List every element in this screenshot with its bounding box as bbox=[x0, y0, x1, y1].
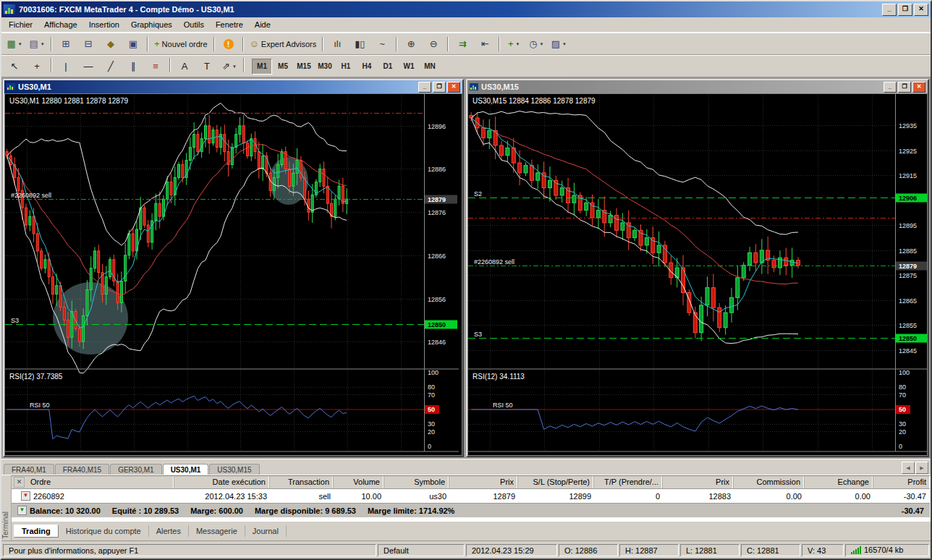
terminal-tab-historique-du-compte[interactable]: Historique du compte bbox=[59, 525, 149, 537]
chart-window-titlebar-us30-m15[interactable]: US30,M15 _ ❐ ✕ bbox=[467, 80, 928, 93]
tab-scroll-left-button[interactable]: ◀ bbox=[902, 462, 915, 474]
column-header-commission[interactable]: Commission bbox=[734, 476, 805, 488]
minimize-button[interactable]: _ bbox=[882, 4, 897, 16]
profiles-button[interactable]: ▤▼ bbox=[26, 35, 48, 53]
templates-button[interactable]: ▨▼ bbox=[548, 35, 569, 53]
terminal-close-button[interactable]: ✕ bbox=[14, 477, 25, 488]
metaeditor-button[interactable]: ! bbox=[218, 35, 240, 53]
tab-scroll-right-button[interactable]: ▶ bbox=[915, 462, 928, 474]
chart-restore-button[interactable]: ❐ bbox=[433, 82, 446, 93]
close-button[interactable]: ✕ bbox=[914, 4, 928, 16]
balance-profit: -30.47 bbox=[902, 506, 930, 515]
candlestick-chart-button[interactable]: ▮▯ bbox=[349, 35, 370, 53]
status-profile[interactable]: Default bbox=[378, 544, 465, 556]
svg-text:23 Apr 13:45: 23 Apr 13:45 bbox=[745, 454, 781, 456]
periods-button[interactable]: ◷▼ bbox=[525, 35, 547, 53]
chart-tab-ger30-m1[interactable]: GER30,M1 bbox=[110, 464, 161, 475]
menu-insertion[interactable]: Insertion bbox=[83, 19, 125, 30]
chart-tab-fra40-m15[interactable]: FRA40,M15 bbox=[55, 464, 109, 475]
menu-graphiques[interactable]: Graphiques bbox=[125, 19, 178, 30]
text-label-button[interactable]: T bbox=[196, 58, 218, 75]
timeframe-m30-button[interactable]: M30 bbox=[315, 59, 335, 75]
chart-canvas-us30-m15[interactable]: 23 Apr 201223 Apr 09:4523 Apr 10:4523 Ap… bbox=[468, 94, 928, 456]
menu-affichage[interactable]: Affichage bbox=[38, 19, 83, 30]
fibonacci-button[interactable]: ≡ bbox=[145, 58, 166, 75]
arrows-button[interactable]: ⇗▼ bbox=[219, 58, 240, 75]
data-window-button[interactable]: ⊟ bbox=[77, 35, 99, 53]
zoom-in-button[interactable]: ⊕ bbox=[400, 35, 422, 53]
title-bar[interactable]: 70031606: FXCM MetaTrader 4 - Compte Dém… bbox=[1, 1, 931, 17]
chart-close-button[interactable]: ✕ bbox=[912, 82, 925, 93]
cursor-button[interactable]: ↖ bbox=[4, 58, 25, 75]
terminal-tab-journal[interactable]: Journal bbox=[245, 525, 287, 537]
navigator-button[interactable]: ◆ bbox=[100, 35, 122, 53]
timeframe-m5-button[interactable]: M5 bbox=[273, 59, 293, 75]
column-header-transaction[interactable]: Transaction bbox=[270, 476, 334, 488]
new-chart-button[interactable]: ▦▼ bbox=[4, 35, 25, 53]
terminal-tab-alertes[interactable]: Alertes bbox=[149, 525, 189, 537]
chart-close-button[interactable]: ✕ bbox=[447, 82, 460, 93]
zoom-out-button[interactable]: ⊖ bbox=[423, 35, 444, 53]
chart-restore-button[interactable]: ❐ bbox=[898, 82, 911, 93]
horizontal-line-button[interactable]: — bbox=[77, 58, 99, 75]
column-header-t-p-prendre-[interactable]: T/P (Prendre/... bbox=[594, 476, 663, 488]
timeframe-d1-button[interactable]: D1 bbox=[378, 59, 398, 75]
menu-outils[interactable]: Outils bbox=[178, 19, 210, 30]
column-header-profit[interactable]: Profit bbox=[873, 476, 930, 488]
line-chart-button[interactable]: ~ bbox=[371, 35, 393, 53]
chart-tab-us30-m1[interactable]: US30,M1 bbox=[163, 464, 209, 475]
svg-text:12845: 12845 bbox=[899, 347, 917, 355]
chart-minimize-button[interactable]: _ bbox=[418, 82, 431, 93]
maximize-button[interactable]: ❐ bbox=[898, 4, 912, 16]
menu-fichier[interactable]: Fichier bbox=[3, 19, 38, 30]
vertical-line-button[interactable]: | bbox=[55, 58, 77, 75]
svg-text:S3: S3 bbox=[11, 317, 19, 324]
column-header-prix[interactable]: Prix bbox=[449, 476, 518, 488]
crosshair-icon: + bbox=[34, 61, 40, 71]
order-row[interactable]: ▼22608922012.04.23 15:33sell10.00us30128… bbox=[12, 489, 930, 503]
terminal-tab-trading[interactable]: Trading bbox=[14, 525, 59, 538]
auto-scroll-button[interactable]: ⇉ bbox=[452, 35, 473, 53]
bar-chart-button[interactable]: ılı bbox=[326, 35, 348, 53]
column-header-symbole[interactable]: Symbole bbox=[384, 476, 449, 488]
timeframe-m1-button[interactable]: M1 bbox=[252, 59, 272, 75]
market-watch-icon: ⊞ bbox=[62, 39, 70, 48]
cursor-icon: ↖ bbox=[11, 61, 19, 71]
market-watch-button[interactable]: ⊞ bbox=[55, 35, 77, 53]
menu-fenetre[interactable]: Fenetre bbox=[210, 19, 249, 30]
indicators-button[interactable]: +▼ bbox=[503, 35, 525, 53]
column-header-echange[interactable]: Echange bbox=[805, 476, 873, 488]
timeframe-h4-button[interactable]: H4 bbox=[357, 59, 377, 75]
chart-shift-button[interactable]: ⇤ bbox=[474, 35, 496, 53]
svg-text:12879: 12879 bbox=[428, 196, 446, 203]
crosshair-button[interactable]: + bbox=[26, 58, 48, 75]
chart-tab-fra40-m1[interactable]: FRA40,M1 bbox=[4, 464, 54, 475]
trendline-button[interactable]: ╱ bbox=[100, 58, 122, 75]
svg-text:0: 0 bbox=[899, 443, 902, 450]
column-header-date-ex-cution[interactable]: Date exécution bbox=[174, 476, 270, 488]
timeframe-mn-button[interactable]: MN bbox=[420, 59, 440, 75]
toolbar-separator bbox=[147, 37, 148, 51]
timeframe-w1-button[interactable]: W1 bbox=[399, 59, 419, 75]
chart-minimize-button[interactable]: _ bbox=[884, 82, 897, 93]
column-header-prix[interactable]: Prix bbox=[663, 476, 734, 488]
channel-button[interactable]: ∥ bbox=[122, 58, 144, 75]
chart-window-titlebar-us30-m1[interactable]: US30,M1 _ ❐ ✕ bbox=[4, 80, 462, 93]
chart-tab-us30-m15[interactable]: US30,M15 bbox=[209, 464, 259, 475]
auto-scroll-icon: ⇉ bbox=[459, 39, 467, 48]
terminal-button[interactable]: ▣ bbox=[122, 35, 144, 53]
terminal-tab-messagerie[interactable]: Messagerie bbox=[189, 525, 245, 537]
menu-aide[interactable]: Aide bbox=[249, 19, 276, 30]
chart-tab-bar: FRA40,M1FRA40,M15GER30,M1US30,M1US30,M15… bbox=[1, 459, 931, 475]
chart-canvas-us30-m1[interactable]: 23 Apr 201223 Apr 14:0823 Apr 14:2423 Ap… bbox=[5, 94, 459, 456]
new-order-button[interactable]: +Nouvel ordre bbox=[151, 35, 211, 53]
timeframe-m15-button[interactable]: M15 bbox=[294, 59, 314, 75]
text-button[interactable]: A bbox=[174, 58, 195, 75]
expert-advisors-button[interactable]: ☺Expert Advisors bbox=[247, 35, 320, 53]
column-header-volume[interactable]: Volume bbox=[334, 476, 384, 488]
column-header-s-l-stop-perte-[interactable]: S/L (Stop/Perte) bbox=[518, 476, 594, 488]
timeframe-h1-button[interactable]: H1 bbox=[336, 59, 356, 75]
svg-text:50: 50 bbox=[428, 406, 435, 413]
svg-text:23 Apr 09:45: 23 Apr 09:45 bbox=[526, 454, 563, 456]
column-header-ordre[interactable]: Ordre bbox=[27, 476, 174, 488]
